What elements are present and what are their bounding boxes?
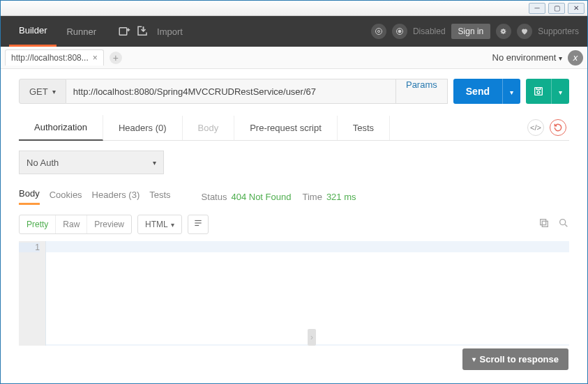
response-section-tabs: Body Cookies Headers (3) Tests Status 40… xyxy=(19,188,569,205)
response-view-row: Pretty Raw Preview HTML ▾ xyxy=(19,215,569,234)
url-input[interactable] xyxy=(66,79,396,104)
svg-rect-14 xyxy=(541,220,546,225)
auth-type-select[interactable]: No Auth ▾ xyxy=(19,151,164,174)
chevron-down-icon: ▾ xyxy=(153,159,156,167)
sign-in-button[interactable]: Sign in xyxy=(451,24,491,39)
http-method-select[interactable]: GET ▾ xyxy=(19,79,66,104)
resize-handle[interactable]: › xyxy=(308,329,316,346)
wrap-icon xyxy=(193,218,203,228)
environment-quicklook-button[interactable]: x xyxy=(568,50,583,66)
svg-rect-9 xyxy=(536,88,540,90)
scroll-to-response-button[interactable]: ▾ Scroll to response xyxy=(462,348,568,370)
chevron-down-icon: ▾ xyxy=(559,54,562,62)
auth-type-label: No Auth xyxy=(27,158,59,168)
chevron-down-icon: ▾ xyxy=(510,89,513,96)
svg-rect-13 xyxy=(542,221,548,226)
copy-icon xyxy=(538,217,550,229)
heart-icon[interactable] xyxy=(517,24,532,39)
tab-authorization[interactable]: Authorization xyxy=(19,115,103,141)
code-snippet-button[interactable]: </> xyxy=(527,119,544,136)
http-method-label: GET xyxy=(29,86,48,97)
svg-rect-0 xyxy=(119,28,127,36)
response-tab-tests[interactable]: Tests xyxy=(149,190,170,204)
chevron-down-icon: ▾ xyxy=(559,89,562,96)
chevron-down-icon: ▾ xyxy=(52,88,56,95)
response-tab-body[interactable]: Body xyxy=(19,188,40,205)
save-dropdown-button[interactable]: ▾ xyxy=(551,79,569,104)
send-button[interactable]: Send xyxy=(453,79,502,104)
search-response-button[interactable] xyxy=(558,217,569,231)
window-titlebar: ─ ▢ ✕ xyxy=(1,1,587,16)
scroll-to-response-label: Scroll to response xyxy=(480,354,559,364)
status-label: Status xyxy=(202,192,227,202)
save-button[interactable] xyxy=(526,79,551,104)
request-tab[interactable]: http://localhost:808... × xyxy=(5,49,104,66)
view-raw-button[interactable]: Raw xyxy=(56,215,87,233)
svg-point-4 xyxy=(377,31,379,33)
chevron-down-icon: ▾ xyxy=(472,355,476,363)
time-label: Time xyxy=(302,192,322,202)
import-icon[interactable] xyxy=(135,24,150,39)
new-tab-icon[interactable] xyxy=(116,24,132,39)
response-tab-cookies[interactable]: Cookies xyxy=(50,190,82,204)
reset-icon xyxy=(553,123,563,132)
interceptor-icon[interactable] xyxy=(371,24,386,39)
editor-body[interactable]: › xyxy=(45,241,569,346)
params-button[interactable]: Params xyxy=(396,79,448,104)
search-icon xyxy=(558,217,569,229)
response-format-label: HTML xyxy=(145,220,168,229)
send-dropdown-button[interactable]: ▾ xyxy=(502,79,520,104)
status-value: 404 Not Found xyxy=(231,192,291,202)
close-icon[interactable]: × xyxy=(93,53,98,63)
tab-headers[interactable]: Headers (0) xyxy=(103,116,183,140)
window-minimize-button[interactable]: ─ xyxy=(529,3,545,14)
view-pretty-button[interactable]: Pretty xyxy=(20,215,56,233)
tab-tests[interactable]: Tests xyxy=(338,116,390,140)
app-header: Builder Runner Import Disabled Sign in S… xyxy=(1,16,587,47)
response-tab-headers[interactable]: Headers (3) xyxy=(92,190,140,204)
svg-point-6 xyxy=(398,30,401,33)
svg-point-8 xyxy=(537,91,540,93)
editor-gutter: 1 xyxy=(19,241,45,346)
copy-response-button[interactable] xyxy=(538,217,550,231)
tab-body[interactable]: Body xyxy=(183,116,235,140)
add-tab-button[interactable]: + xyxy=(110,52,122,64)
time-value: 321 ms xyxy=(326,192,356,202)
import-label[interactable]: Import xyxy=(157,26,183,37)
line-number: 1 xyxy=(19,243,40,252)
request-tabbar: http://localhost:808... × + No environme… xyxy=(1,47,587,69)
proxy-icon[interactable] xyxy=(392,24,407,39)
request-panel: GET ▾ Params Send ▾ ▾ Authorization Head… xyxy=(1,69,587,346)
save-icon xyxy=(533,86,544,97)
header-tab-builder[interactable]: Builder xyxy=(9,16,56,47)
environment-label: No environment xyxy=(492,52,557,63)
chevron-down-icon: ▾ xyxy=(171,221,174,229)
settings-icon[interactable] xyxy=(496,24,511,39)
window-maximize-button[interactable]: ▢ xyxy=(548,3,565,14)
svg-point-15 xyxy=(560,220,566,225)
response-view-mode: Pretty Raw Preview xyxy=(19,215,132,234)
tab-prerequest[interactable]: Pre-request script xyxy=(234,116,338,140)
response-editor: 1 › xyxy=(19,241,569,346)
svg-line-16 xyxy=(565,224,567,226)
supporters-label[interactable]: Supporters xyxy=(538,26,579,36)
view-preview-button[interactable]: Preview xyxy=(87,215,131,233)
proxy-disabled-label: Disabled xyxy=(413,26,446,36)
window-close-button[interactable]: ✕ xyxy=(568,3,585,14)
response-format-select[interactable]: HTML ▾ xyxy=(137,215,182,234)
svg-point-3 xyxy=(375,29,382,35)
header-tab-runner[interactable]: Runner xyxy=(56,16,106,47)
request-tab-label: http://localhost:808... xyxy=(11,53,89,63)
reset-button[interactable] xyxy=(550,119,566,136)
line-wrap-button[interactable] xyxy=(188,215,209,234)
request-section-tabs: Authorization Headers (0) Body Pre-reque… xyxy=(19,115,569,141)
environment-select[interactable]: No environment ▾ xyxy=(492,52,562,63)
